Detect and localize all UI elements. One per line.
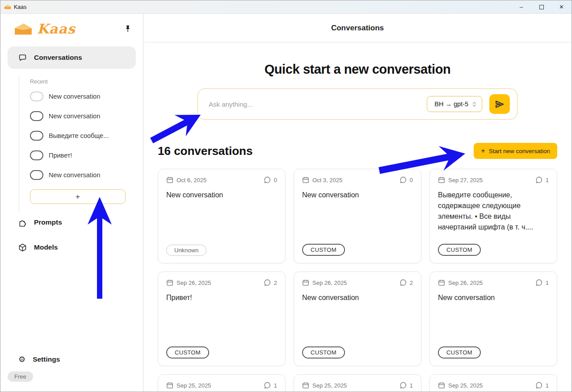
calendar-icon xyxy=(438,176,445,183)
conversation-card[interactable]: Sep 26, 2025 2 New conversation xyxy=(294,271,421,366)
sidebar-item-models[interactable]: Models xyxy=(0,237,143,258)
conversation-card[interactable]: Sep 26, 2025 1 New conversation xyxy=(429,271,557,366)
conversation-card[interactable]: Oct 3, 2025 0 New conversation xyxy=(294,169,421,263)
card-title: Выведите сообщение, содержащее следующие… xyxy=(438,190,549,244)
page-header: Conversations xyxy=(143,14,572,42)
logo-row: Kaas xyxy=(0,14,143,43)
quick-ask-input[interactable]: Ask anything... BH → gpt-5 xyxy=(198,88,517,120)
recent-item-label: Привет! xyxy=(49,152,72,159)
send-button[interactable] xyxy=(489,94,510,114)
sidebar-item-prompts[interactable]: Prompts xyxy=(0,212,143,233)
recent-item-label: New conversation xyxy=(49,113,100,120)
sidebar-item-conversations[interactable]: Conversations xyxy=(8,46,136,69)
card-tag: CUSTOM xyxy=(166,346,209,359)
window-title: Kaas xyxy=(14,4,511,10)
message-count-icon xyxy=(264,279,271,286)
plus-icon: + xyxy=(481,147,485,155)
card-tag: CUSTOM xyxy=(438,346,481,359)
app-window: Kaas – ✕ Kaas xyxy=(0,0,572,392)
recent-conversation-item[interactable]: New conversation xyxy=(30,87,136,106)
chat-bubble-icon xyxy=(18,54,27,62)
card-tag: CUSTOM xyxy=(302,346,345,359)
package-box-icon xyxy=(18,243,27,252)
card-tag: CUSTOM xyxy=(438,244,481,256)
recent-conversation-item[interactable]: New conversation xyxy=(30,106,136,126)
recent-item-label: New conversation xyxy=(49,171,100,179)
sidebar-spacer xyxy=(0,258,143,349)
card-message-count: 1 xyxy=(274,382,277,389)
card-date: Sep 25, 2025 xyxy=(312,382,347,389)
calendar-icon xyxy=(438,279,445,286)
conversation-card[interactable]: Sep 25, 2025 1 xyxy=(429,374,557,392)
calendar-icon xyxy=(166,382,173,389)
send-icon xyxy=(494,100,505,109)
card-date: Oct 6, 2025 xyxy=(177,177,206,183)
message-count-icon xyxy=(400,382,407,389)
add-conversation-button[interactable]: + xyxy=(30,189,126,204)
card-title: New conversation xyxy=(438,292,549,346)
main-area: Conversations Quick start a new conversa… xyxy=(143,14,572,392)
calendar-icon xyxy=(302,279,309,286)
page-title: Conversations xyxy=(331,24,384,33)
conversation-card[interactable]: Sep 27, 2025 1 Выведите сообщение, содер… xyxy=(429,169,557,263)
calendar-icon xyxy=(302,176,309,183)
start-new-conversation-button[interactable]: + Start new conversation xyxy=(474,143,557,159)
title-bar: Kaas – ✕ xyxy=(0,0,572,14)
recent-conversation-item[interactable]: New conversation xyxy=(30,165,136,185)
conversation-pill-icon xyxy=(30,150,43,160)
logo-text: Kaas xyxy=(37,21,124,37)
card-title: New conversation xyxy=(302,190,413,244)
pin-icon[interactable] xyxy=(124,25,131,33)
card-title: New conversation xyxy=(302,292,413,346)
maximize-button[interactable] xyxy=(531,0,551,13)
sidebar: Kaas Conversations Recent N xyxy=(0,14,143,392)
card-message-count: 1 xyxy=(410,382,413,389)
model-selector-value: BH → gpt-5 xyxy=(434,100,468,108)
sidebar-item-label: Settings xyxy=(33,355,60,363)
conversation-pill-icon xyxy=(30,131,43,141)
sidebar-item-label: Conversations xyxy=(34,54,82,62)
recent-conversation-item[interactable]: Выведите сообще... xyxy=(30,126,136,146)
conversation-card[interactable]: Oct 6, 2025 0 New conversation xyxy=(158,169,286,263)
card-date: Sep 26, 2025 xyxy=(312,279,347,286)
message-count-icon xyxy=(535,382,543,389)
close-button[interactable]: ✕ xyxy=(551,0,572,13)
card-date: Sep 25, 2025 xyxy=(448,382,483,389)
sidebar-item-label: Models xyxy=(34,243,58,251)
sidebar-item-settings[interactable]: ⚙ Settings xyxy=(0,349,143,370)
recent-section: Recent New conversation New conversation… xyxy=(19,75,143,212)
sidebar-item-label: Prompts xyxy=(34,218,62,226)
plan-badge: Free xyxy=(8,371,33,382)
card-date: Oct 3, 2025 xyxy=(312,177,342,183)
model-selector[interactable]: BH → gpt-5 xyxy=(427,96,482,112)
card-message-count: 1 xyxy=(546,177,549,183)
message-count-icon xyxy=(535,279,543,286)
minimize-button[interactable]: – xyxy=(511,0,531,13)
calendar-icon xyxy=(438,382,445,389)
recent-conversation-item[interactable]: Привет! xyxy=(30,146,136,165)
message-count-icon xyxy=(535,176,543,183)
card-date: Sep 26, 2025 xyxy=(448,279,483,286)
chevron-up-down-icon xyxy=(471,101,477,108)
conversation-grid: Oct 6, 2025 0 New conversation xyxy=(158,169,557,392)
main-content: Quick start a new conversation Ask anyth… xyxy=(143,42,572,392)
card-title: Привет! xyxy=(166,292,277,346)
conversation-card[interactable]: Sep 25, 2025 1 xyxy=(294,374,421,392)
card-tag: Unknown xyxy=(166,245,206,256)
card-message-count: 2 xyxy=(410,279,413,286)
plus-icon: + xyxy=(76,192,80,201)
card-message-count: 1 xyxy=(546,279,549,286)
cheese-logo-icon xyxy=(14,22,33,36)
card-message-count: 0 xyxy=(274,177,277,183)
card-date: Sep 27, 2025 xyxy=(448,177,483,183)
recent-item-label: New conversation xyxy=(49,93,100,100)
calendar-icon xyxy=(302,382,309,389)
recent-item-label: Выведите сообще... xyxy=(49,132,109,139)
app-cheese-icon xyxy=(4,4,11,10)
conversation-card[interactable]: Sep 25, 2025 1 xyxy=(158,374,286,392)
conversation-card[interactable]: Sep 26, 2025 2 Привет! CUSTOM xyxy=(158,271,286,366)
maximize-icon xyxy=(539,5,544,9)
calendar-icon xyxy=(166,176,173,183)
message-count-icon xyxy=(264,382,271,389)
card-message-count: 2 xyxy=(274,279,277,286)
